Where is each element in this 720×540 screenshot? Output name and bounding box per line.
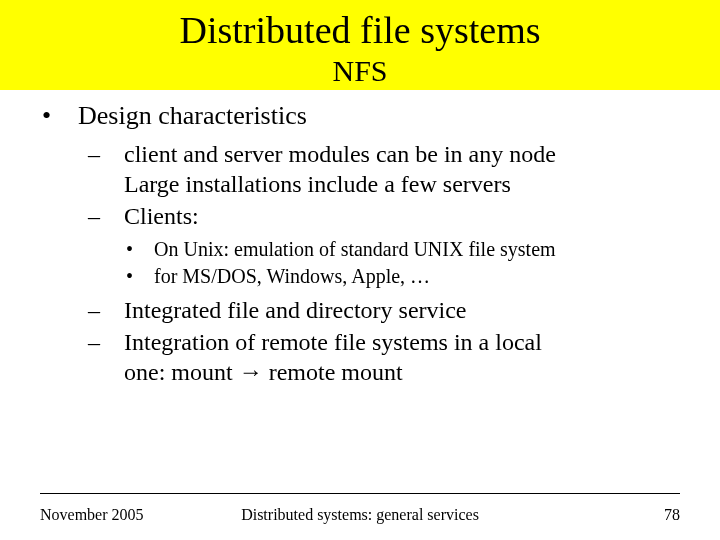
text-fragment: one: mount bbox=[124, 359, 239, 385]
bullet-dot-icon: • bbox=[140, 237, 154, 262]
list-item: –Integrated file and directory service bbox=[124, 295, 680, 325]
continuation-line: Large installations include a few server… bbox=[124, 169, 680, 199]
bullet-dot-icon: • bbox=[140, 264, 154, 289]
dash-icon: – bbox=[106, 327, 124, 357]
dash-icon: – bbox=[106, 295, 124, 325]
list-item: –Integration of remote file systems in a… bbox=[124, 327, 680, 357]
list-item: –Clients: bbox=[124, 201, 680, 231]
level3-text: for MS/DOS, Windows, Apple, … bbox=[154, 265, 430, 287]
level3-group: •On Unix: emulation of standard UNIX fil… bbox=[140, 237, 680, 289]
slide: Distributed file systems NFS •Design cha… bbox=[0, 0, 720, 540]
footer: November 2005 Distributed systems: gener… bbox=[40, 506, 680, 524]
level3-text: On Unix: emulation of standard UNIX file… bbox=[154, 238, 556, 260]
level1-text: Design characteristics bbox=[78, 101, 307, 130]
level2-text: client and server modules can be in any … bbox=[124, 141, 556, 167]
level2-text: Clients: bbox=[124, 203, 199, 229]
footer-divider bbox=[40, 493, 680, 494]
level2-text: Integration of remote file systems in a … bbox=[124, 329, 542, 355]
dash-icon: – bbox=[106, 139, 124, 169]
level2-group: –client and server modules can be in any… bbox=[106, 139, 680, 387]
title-band: Distributed file systems NFS bbox=[0, 0, 720, 90]
footer-date: November 2005 bbox=[40, 506, 144, 524]
dash-icon: – bbox=[106, 201, 124, 231]
content-area: •Design characteristics –client and serv… bbox=[0, 90, 720, 387]
slide-title: Distributed file systems bbox=[0, 8, 720, 52]
page-number: 78 bbox=[664, 506, 680, 524]
bullet-dot-icon: • bbox=[60, 100, 78, 133]
level2-text: Integrated file and directory service bbox=[124, 297, 467, 323]
bullet-level1: •Design characteristics bbox=[78, 100, 680, 133]
text-fragment: remote mount bbox=[263, 359, 403, 385]
list-item: •for MS/DOS, Windows, Apple, … bbox=[154, 264, 680, 289]
list-item: •On Unix: emulation of standard UNIX fil… bbox=[154, 237, 680, 262]
slide-subtitle: NFS bbox=[0, 54, 720, 88]
arrow-right-icon: → bbox=[239, 358, 263, 385]
continuation-line: one: mount → remote mount bbox=[124, 357, 680, 387]
list-item: –client and server modules can be in any… bbox=[124, 139, 680, 169]
